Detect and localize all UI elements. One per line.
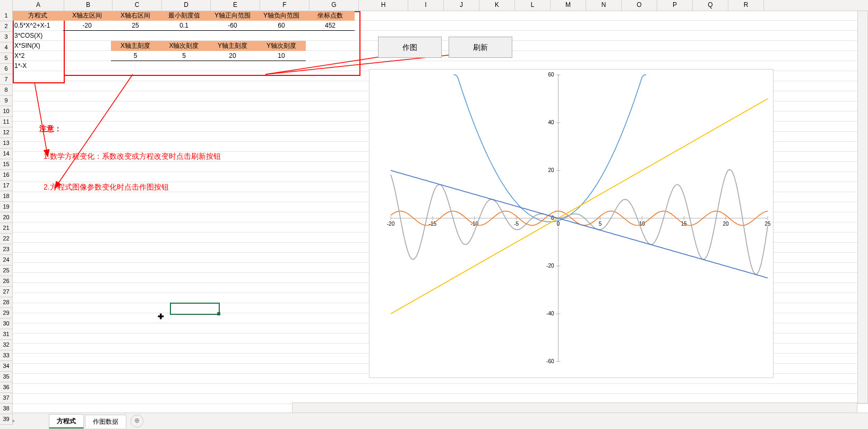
row-header-13[interactable]: 13 <box>0 138 12 149</box>
new-sheet-button[interactable]: ⊕ <box>131 415 143 427</box>
row-header-14[interactable]: 14 <box>0 149 12 159</box>
col-header-C[interactable]: C <box>113 0 162 11</box>
value1-4[interactable]: -60 <box>208 21 257 31</box>
chart-area[interactable]: -60-40-200204060-20-15-10-50510152025 <box>369 69 774 378</box>
row-header-9[interactable]: 9 <box>0 96 12 106</box>
value2-1[interactable]: 5 <box>160 51 208 61</box>
row-header-34[interactable]: 34 <box>0 361 12 372</box>
row-header-38[interactable]: 38 <box>0 404 12 414</box>
row-header-7[interactable]: 7 <box>0 74 12 85</box>
row-header-2[interactable]: 2 <box>0 21 12 32</box>
row-header-23[interactable]: 23 <box>0 244 12 255</box>
row-header-20[interactable]: 20 <box>0 212 12 223</box>
col-header-Q[interactable]: Q <box>693 0 728 11</box>
row-header-30[interactable]: 30 <box>0 319 12 329</box>
col-header-J[interactable]: J <box>444 0 479 11</box>
svg-text:60: 60 <box>548 72 554 78</box>
row-header-35[interactable]: 35 <box>0 372 12 382</box>
header1-5[interactable]: Y轴负向范围 <box>257 11 306 21</box>
sheet-tab-other[interactable]: 作图数据 <box>85 415 126 428</box>
row-header-1[interactable]: 1 <box>0 11 12 21</box>
row-header-6[interactable]: 6 <box>0 64 12 74</box>
col-header-M[interactable]: M <box>551 0 586 11</box>
vertical-scrollbar[interactable] <box>857 11 868 404</box>
value1-2[interactable]: 25 <box>111 21 160 31</box>
row-header-17[interactable]: 17 <box>0 181 12 191</box>
equation-0[interactable]: 0.5*X^2+X-1 <box>12 21 63 31</box>
row-header-26[interactable]: 26 <box>0 276 12 287</box>
value2-3[interactable]: 10 <box>257 51 306 61</box>
row-header-12[interactable]: 12 <box>0 127 12 138</box>
plot-button[interactable]: 作图 <box>378 37 442 58</box>
sheet-tab-active[interactable]: 方程式 <box>49 414 84 428</box>
value1-1[interactable]: -20 <box>63 21 111 31</box>
row-header-16[interactable]: 16 <box>0 170 12 181</box>
value1-3[interactable]: 0.1 <box>160 21 208 31</box>
fill-handle[interactable] <box>217 312 220 315</box>
row-header-39[interactable]: 39 <box>0 414 12 425</box>
row-header-15[interactable]: 15 <box>0 159 12 170</box>
row-header-18[interactable]: 18 <box>0 191 12 202</box>
value2-0[interactable]: 5 <box>111 51 160 61</box>
row-header-10[interactable]: 10 <box>0 106 12 117</box>
col-header-G[interactable]: G <box>310 0 359 11</box>
row-header-29[interactable]: 29 <box>0 308 12 319</box>
col-header-L[interactable]: L <box>515 0 551 11</box>
row-header-19[interactable]: 19 <box>0 202 12 212</box>
series-0.5*X^2+X-1 <box>453 75 646 222</box>
row-header-37[interactable]: 37 <box>0 393 12 404</box>
value1-5[interactable]: 60 <box>257 21 306 31</box>
header1-3[interactable]: 最小刻度值 <box>160 11 208 21</box>
row-header-31[interactable]: 31 <box>0 329 12 340</box>
svg-text:-20: -20 <box>387 221 395 227</box>
col-header-A[interactable]: A <box>13 0 64 11</box>
row-header-32[interactable]: 32 <box>0 340 12 350</box>
col-header-K[interactable]: K <box>479 0 515 11</box>
col-header-R[interactable]: R <box>728 0 764 11</box>
row-header-3[interactable]: 3 <box>0 32 12 42</box>
col-header-I[interactable]: I <box>408 0 444 11</box>
equation-4[interactable]: 1*-X <box>12 61 63 71</box>
header1-1[interactable]: X轴左区间 <box>63 11 111 21</box>
row-header-25[interactable]: 25 <box>0 265 12 276</box>
header2-1[interactable]: X轴次刻度 <box>160 41 208 51</box>
col-header-P[interactable]: P <box>657 0 693 11</box>
note-title: 注意： <box>37 124 196 134</box>
header1-2[interactable]: X轴右区间 <box>111 11 160 21</box>
selected-cell[interactable] <box>170 303 220 315</box>
value2-2[interactable]: 20 <box>208 51 257 61</box>
value1-6[interactable]: 452 <box>306 21 355 31</box>
series-X*2 <box>391 99 768 314</box>
refresh-button[interactable]: 刷新 <box>449 37 512 58</box>
header2-3[interactable]: Y轴次刻度 <box>257 41 306 51</box>
row-header-22[interactable]: 22 <box>0 234 12 244</box>
col-header-H[interactable]: H <box>359 0 408 11</box>
header2-0[interactable]: X轴主刻度 <box>111 41 160 51</box>
row-header-21[interactable]: 21 <box>0 223 12 234</box>
row-header-4[interactable]: 4 <box>0 42 12 53</box>
header1-0[interactable]: 方程式 <box>12 11 63 21</box>
row-header-8[interactable]: 8 <box>0 85 12 96</box>
header1-4[interactable]: Y轴正向范围 <box>208 11 257 21</box>
col-header-E[interactable]: E <box>211 0 260 11</box>
row-header-27[interactable]: 27 <box>0 287 12 297</box>
header1-6[interactable]: 坐标点数 <box>306 11 355 21</box>
col-header-N[interactable]: N <box>586 0 622 11</box>
col-header-B[interactable]: B <box>64 0 113 11</box>
select-all-triangle[interactable] <box>0 0 13 11</box>
equation-2[interactable]: X*SIN(X) <box>12 41 63 51</box>
header2-2[interactable]: Y轴主刻度 <box>208 41 257 51</box>
horizontal-scrollbar[interactable] <box>292 402 857 413</box>
row-header-24[interactable]: 24 <box>0 255 12 265</box>
row-header-33[interactable]: 33 <box>0 350 12 361</box>
col-header-O[interactable]: O <box>622 0 657 11</box>
col-header-D[interactable]: D <box>162 0 211 11</box>
row-header-36[interactable]: 36 <box>0 382 12 393</box>
col-header-F[interactable]: F <box>260 0 310 11</box>
row-header-28[interactable]: 28 <box>0 297 12 308</box>
equation-1[interactable]: 3*COS(X) <box>12 31 63 41</box>
row-header-5[interactable]: 5 <box>0 53 12 64</box>
cross-cursor-icon: ✚ <box>158 312 164 321</box>
row-header-11[interactable]: 11 <box>0 117 12 127</box>
equation-3[interactable]: X*2 <box>12 51 63 61</box>
